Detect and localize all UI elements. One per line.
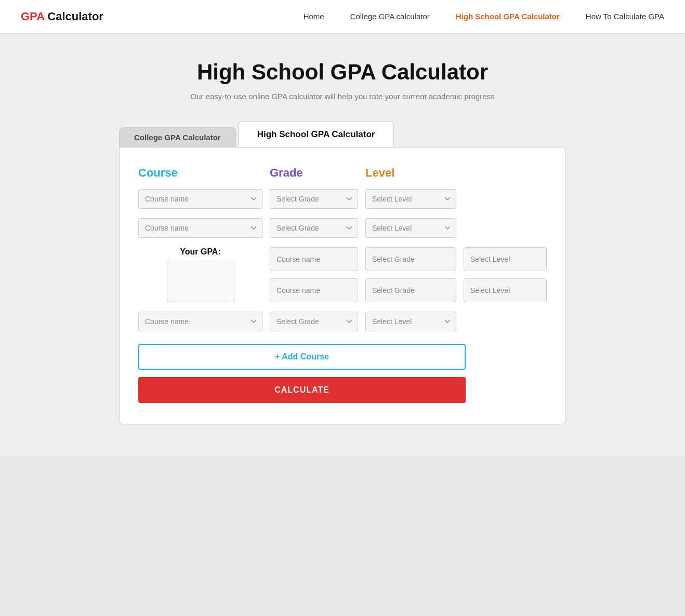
nav-college-gpa[interactable]: College GPA calculator <box>350 12 430 21</box>
nav-highschool-gpa[interactable]: High School GPA Calculator <box>456 12 560 21</box>
nav-links: Home College GPA calculator High School … <box>304 12 664 21</box>
course-select-3[interactable]: Course name <box>270 247 358 271</box>
course-select-2[interactable]: Course name <box>138 218 262 238</box>
calculate-button[interactable]: CALCULATE <box>138 377 466 403</box>
tab-highschool-gpa[interactable]: High School GPA Calculator <box>238 122 394 147</box>
gpa-label: Your GPA: <box>180 247 221 257</box>
navbar: GPA Calculator Home College GPA calculat… <box>0 0 685 34</box>
logo-gpa: GPA <box>21 10 44 23</box>
level-select-5[interactable]: Select Level RegularHonorsAP/IB <box>365 312 456 331</box>
logo: GPA Calculator <box>21 10 103 23</box>
main-content: High School GPA Calculator Our easy-to-u… <box>0 34 685 456</box>
col-header-grade: Grade <box>270 166 358 180</box>
course-row-5: Course name Select Grade A+AA-B+BB-C+CC-… <box>138 312 547 331</box>
tabs-wrapper: College GPA Calculator High School GPA C… <box>119 122 566 424</box>
course-select-1[interactable]: Course name <box>138 189 262 209</box>
rows-3-4-grid: Course name Select Grade A+AA-B+BB-C+CC-… <box>138 247 547 302</box>
col-header-course: Course <box>138 166 262 180</box>
calculator-card: Course Grade Level Course name Select Gr… <box>119 147 566 424</box>
course-select-5[interactable]: Course name <box>138 312 262 331</box>
grade-select-2[interactable]: Select Grade A+AA-B+BB-C+CC-D+DF <box>270 218 358 238</box>
logo-calculator: Calculator <box>44 10 103 23</box>
grade-select-4[interactable]: Select Grade A+AA-B+BB-C+CC-D+DF <box>365 278 456 302</box>
tabs-header: College GPA Calculator High School GPA C… <box>119 122 566 147</box>
course-row-2: Course name Select Grade A+AA-B+BB-C+CC-… <box>138 218 547 238</box>
column-headers: Course Grade Level <box>138 166 547 180</box>
page-title: High School GPA Calculator <box>10 60 675 85</box>
course-row-1: Course name Select Grade A+AA-B+BB-C+CC-… <box>138 189 547 209</box>
level-select-1[interactable]: Select Level RegularHonorsAP/IB <box>365 189 456 209</box>
gpa-result-area: Your GPA: <box>138 247 262 302</box>
level-select-2[interactable]: Select Level RegularHonorsAP/IB <box>365 218 456 238</box>
nav-home[interactable]: Home <box>304 12 324 21</box>
add-course-button[interactable]: + Add Course <box>138 344 466 370</box>
grade-select-3[interactable]: Select Grade A+AA-B+BB-C+CC-D+DF <box>365 247 456 271</box>
level-select-3[interactable]: Select Level RegularHonorsAP/IB <box>464 247 547 271</box>
col-header-level: Level <box>365 166 456 180</box>
nav-how-to[interactable]: How To Calculate GPA <box>586 12 664 21</box>
page-subtitle: Our easy-to-use online GPA calculator wi… <box>10 92 675 101</box>
level-select-4[interactable]: Select Level RegularHonorsAP/IB <box>464 278 547 302</box>
tab-college-gpa[interactable]: College GPA Calculator <box>119 127 236 147</box>
grade-select-1[interactable]: Select Grade A+AA-B+BB-C+CC-D+DF <box>270 189 358 209</box>
gpa-value-box <box>167 261 234 302</box>
grade-select-5[interactable]: Select Grade A+AA-B+BB-C+CC-D+DF <box>270 312 358 331</box>
course-select-4[interactable]: Course name <box>270 278 358 302</box>
